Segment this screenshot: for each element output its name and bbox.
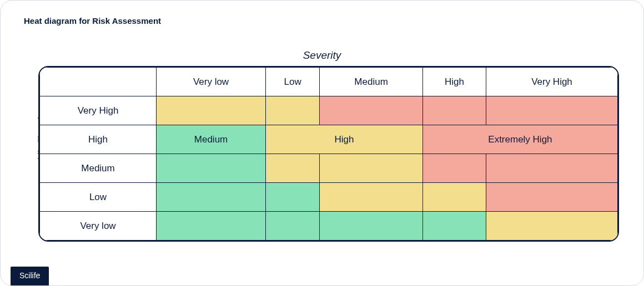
heat-cell bbox=[266, 183, 320, 212]
card-container: Heat diagram for Risk Assessment Severit… bbox=[0, 0, 644, 286]
col-header: High bbox=[422, 68, 486, 96]
heat-cell bbox=[157, 212, 266, 241]
page-title: Heat diagram for Risk Assessment bbox=[24, 16, 161, 25]
col-header: Low bbox=[266, 68, 320, 96]
table-row: Very low bbox=[40, 212, 618, 241]
header-row: Very low Low Medium High Very High bbox=[40, 68, 618, 96]
heat-cell bbox=[486, 183, 617, 212]
heat-cell bbox=[422, 154, 486, 183]
heat-cell bbox=[320, 212, 423, 241]
axis-label-severity: Severity bbox=[1, 49, 643, 62]
heat-cell bbox=[157, 154, 266, 183]
table-row: Low bbox=[40, 183, 618, 212]
row-header: High bbox=[40, 125, 157, 154]
heat-cell bbox=[266, 154, 320, 183]
row-header: Very High bbox=[40, 96, 157, 125]
heat-cell bbox=[266, 96, 320, 125]
heat-cell bbox=[157, 96, 266, 125]
col-header: Very low bbox=[157, 68, 266, 96]
heat-cell-legend-green: Medium bbox=[157, 125, 266, 154]
heat-cell-legend-red: Extremely High bbox=[422, 125, 617, 154]
col-header: Very High bbox=[486, 68, 617, 96]
heat-cell bbox=[266, 212, 320, 241]
heat-cell bbox=[320, 96, 423, 125]
heat-cell bbox=[486, 154, 617, 183]
table-row: Very High bbox=[40, 96, 618, 125]
table-row: High Medium High Extremely High bbox=[40, 125, 618, 154]
heat-cell bbox=[422, 212, 486, 241]
heat-cell bbox=[486, 212, 617, 241]
row-header: Medium bbox=[40, 154, 157, 183]
heat-cell bbox=[422, 183, 486, 212]
heat-cell bbox=[486, 96, 617, 125]
corner-cell bbox=[40, 68, 157, 96]
row-header: Very low bbox=[40, 212, 157, 241]
brand-badge: Scilife bbox=[11, 267, 49, 285]
heatmap-table: Very low Low Medium High Very High Very … bbox=[39, 67, 618, 241]
row-header: Low bbox=[40, 183, 157, 212]
heat-cell-legend-yellow: High bbox=[266, 125, 423, 154]
table-row: Medium bbox=[40, 154, 618, 183]
col-header: Medium bbox=[320, 68, 423, 96]
heat-cell bbox=[422, 96, 486, 125]
heat-cell bbox=[320, 154, 423, 183]
heat-cell bbox=[157, 183, 266, 212]
heatmap-grid: Very low Low Medium High Very High Very … bbox=[38, 66, 619, 242]
heat-cell bbox=[320, 183, 423, 212]
